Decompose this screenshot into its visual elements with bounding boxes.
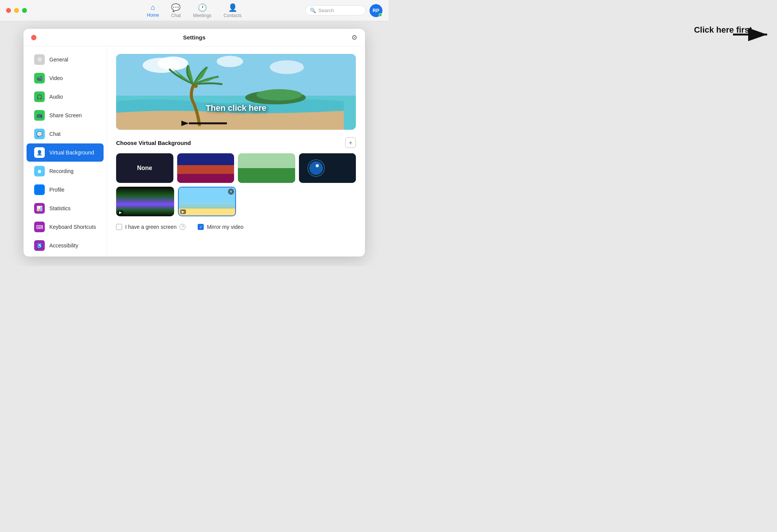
settings-title: Settings xyxy=(183,34,205,41)
window-maximize-dot[interactable] xyxy=(22,8,27,13)
nav-tab-chat[interactable]: 💬 Chat xyxy=(171,3,181,18)
settings-titlebar: Settings ⚙ xyxy=(24,29,365,46)
mirror-video-checkbox[interactable] xyxy=(198,224,204,230)
green-screen-option[interactable]: I have a green screen ? xyxy=(116,224,186,230)
main-area: Click here first Settings ⚙ ⚙ General xyxy=(0,21,388,266)
beach-video-icon: ▶ xyxy=(180,209,186,214)
bottom-options: I have a green screen ? Mirror my video xyxy=(116,224,356,230)
accessibility-icon: ♿ xyxy=(34,240,45,251)
space-preview xyxy=(299,153,356,183)
sidebar-label-sharescreen: Share Screen xyxy=(49,112,82,118)
sidebar-label-accessibility: Accessibility xyxy=(49,242,78,249)
beach-thumb-preview xyxy=(179,187,235,216)
home-icon: ⌂ xyxy=(151,3,155,12)
search-bar[interactable]: 🔍 Search xyxy=(305,5,366,16)
sidebar-item-profile[interactable]: 👤 Profile xyxy=(27,181,104,199)
sidebar-item-recording[interactable]: ⏺ Recording xyxy=(27,162,104,180)
settings-body: ⚙ General 📹 Video 🎧 Audio 📺 Share Screen xyxy=(24,46,365,257)
meetings-icon: 🕐 xyxy=(198,3,207,12)
window-controls xyxy=(6,8,27,13)
nav-tab-contacts[interactable]: 👤 Contacts xyxy=(223,3,241,18)
bg-none-label: None xyxy=(137,165,152,172)
contacts-icon: 👤 xyxy=(228,3,238,12)
nav-tabs: ⌂ Home 💬 Chat 🕐 Meetings 👤 Contacts xyxy=(147,3,241,18)
avatar-button[interactable]: RP xyxy=(370,4,382,17)
svg-point-17 xyxy=(309,161,323,175)
settings-close-button[interactable] xyxy=(31,35,36,40)
svg-point-9 xyxy=(194,84,198,88)
sidebar-item-general[interactable]: ⚙ General xyxy=(27,50,104,69)
svg-point-5 xyxy=(270,60,304,74)
sidebar-label-recording: Recording xyxy=(49,168,74,174)
chat-nav-icon: 💬 xyxy=(171,3,181,12)
bg-preview: Then click here xyxy=(116,54,356,130)
bg-option-space[interactable] xyxy=(299,153,356,183)
sidebar-item-keyboard[interactable]: ⌨ Keyboard Shortcuts xyxy=(27,218,104,236)
nav-tab-home[interactable]: ⌂ Home xyxy=(147,3,159,18)
sidebar-item-chat[interactable]: 💬 Chat xyxy=(27,125,104,143)
nav-tab-meetings-label: Meetings xyxy=(193,13,212,18)
nav-tab-contacts-label: Contacts xyxy=(223,13,241,18)
mirror-video-option[interactable]: Mirror my video xyxy=(198,224,243,230)
sidebar-item-accessibility[interactable]: ♿ Accessibility xyxy=(27,236,104,255)
recording-icon: ⏺ xyxy=(34,166,45,176)
sidebar-label-audio: Audio xyxy=(49,94,63,100)
statistics-icon: 📊 xyxy=(34,203,45,214)
svg-rect-12 xyxy=(177,165,234,174)
top-nav-right: 🔍 Search RP xyxy=(305,4,382,17)
sidebar-item-statistics[interactable]: 📊 Statistics xyxy=(27,199,104,217)
chat-icon: 💬 xyxy=(34,129,45,139)
add-background-button[interactable]: ＋ xyxy=(345,137,356,148)
sidebar-item-audio[interactable]: 🎧 Audio xyxy=(27,88,104,106)
keyboard-icon: ⌨ xyxy=(34,222,45,232)
beach-remove-button[interactable]: ✕ xyxy=(228,189,234,195)
top-nav-bar: ⌂ Home 💬 Chat 🕐 Meetings 👤 Contacts 🔍 Se… xyxy=(0,0,388,21)
svg-rect-22 xyxy=(179,209,235,216)
general-icon: ⚙ xyxy=(34,54,45,65)
sidebar-item-sharescreen[interactable]: 📺 Share Screen xyxy=(27,106,104,124)
sidebar-label-video: Video xyxy=(49,75,63,81)
aurora-video-icon: ▶ xyxy=(118,210,123,215)
bridge-preview xyxy=(177,153,234,183)
section-header: Choose Virtual Background ＋ xyxy=(116,137,356,148)
green-screen-checkbox[interactable] xyxy=(116,224,122,230)
settings-window: Settings ⚙ ⚙ General 📹 Video 🎧 Audio xyxy=(24,29,365,257)
then-click-label: Then click here xyxy=(206,103,266,113)
online-status-dot xyxy=(379,13,382,17)
search-icon: 🔍 xyxy=(310,8,316,13)
window-close-dot[interactable] xyxy=(6,8,11,13)
svg-rect-13 xyxy=(177,174,234,183)
sidebar-label-general: General xyxy=(49,57,68,63)
nav-tab-meetings[interactable]: 🕐 Meetings xyxy=(193,3,212,18)
settings-content: Then click here Choose Vir xyxy=(107,46,365,257)
sidebar-label-chat: Chat xyxy=(49,131,61,137)
nav-tab-chat-label: Chat xyxy=(171,13,181,18)
search-placeholder: Search xyxy=(318,8,334,13)
beach-preview-svg xyxy=(116,54,356,130)
mirror-video-label: Mirror my video xyxy=(207,224,243,230)
sharescreen-icon: 📺 xyxy=(34,110,45,121)
svg-point-8 xyxy=(256,89,302,101)
svg-point-4 xyxy=(217,56,243,67)
sidebar-label-profile: Profile xyxy=(49,187,64,193)
bg-option-aurora[interactable]: ▶ xyxy=(116,187,174,216)
green-screen-label: I have a green screen xyxy=(125,224,176,230)
window-minimize-dot[interactable] xyxy=(14,8,19,13)
settings-sidebar: ⚙ General 📹 Video 🎧 Audio 📺 Share Screen xyxy=(24,46,107,257)
bg-option-beach[interactable]: ▶ ✕ xyxy=(178,187,236,216)
bg-option-none[interactable]: None xyxy=(116,153,173,183)
svg-point-19 xyxy=(316,164,319,167)
grass-preview xyxy=(238,153,295,183)
sidebar-item-virtualbg[interactable]: 👤 Virtual Background xyxy=(27,143,104,162)
profile-icon: 👤 xyxy=(34,184,45,195)
bg-option-bridge[interactable] xyxy=(177,153,234,183)
section-title: Choose Virtual Background xyxy=(116,140,191,146)
bg-option-grass[interactable] xyxy=(238,153,295,183)
sidebar-label-virtualbg: Virtual Background xyxy=(49,150,94,156)
settings-gear-icon[interactable]: ⚙ xyxy=(351,33,357,42)
green-screen-help-icon[interactable]: ? xyxy=(179,224,186,230)
svg-rect-14 xyxy=(238,153,295,168)
sidebar-item-video[interactable]: 📹 Video xyxy=(27,69,104,87)
nav-tab-home-label: Home xyxy=(147,13,159,18)
svg-rect-20 xyxy=(179,187,235,203)
